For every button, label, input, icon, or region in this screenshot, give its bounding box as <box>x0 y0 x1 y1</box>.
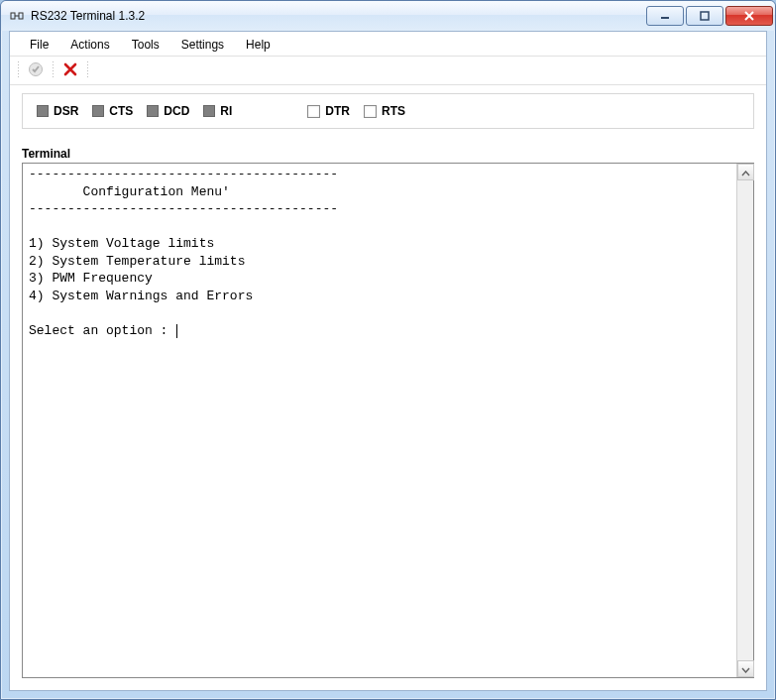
scrollbar-vertical[interactable] <box>736 164 753 677</box>
terminal-label: Terminal <box>22 147 754 161</box>
minimize-button[interactable] <box>646 6 684 26</box>
x-icon <box>63 62 77 79</box>
terminal-output[interactable]: ----------------------------------------… <box>23 164 736 677</box>
svg-rect-4 <box>701 12 709 20</box>
scroll-up-button[interactable] <box>737 164 754 180</box>
app-window: RS232 Terminal 1.3.2 File Actions Tools … <box>0 0 776 700</box>
connect-button[interactable] <box>25 59 47 81</box>
signal-label: RI <box>220 104 232 118</box>
text-cursor-icon <box>176 324 177 338</box>
menu-file[interactable]: File <box>20 36 58 54</box>
checkbox-label: DTR <box>325 104 350 118</box>
checkbox-icon <box>307 105 320 118</box>
indicator-icon <box>203 105 215 117</box>
chevron-down-icon <box>741 662 750 676</box>
signal-cts: CTS <box>92 104 133 118</box>
terminal-group: Terminal -------------------------------… <box>22 147 754 678</box>
chevron-up-icon <box>741 166 750 179</box>
toolbar <box>10 57 766 85</box>
indicator-icon <box>37 105 49 117</box>
signal-label: CTS <box>109 104 133 118</box>
signal-panel: DSR CTS DCD RI DTR <box>22 93 754 129</box>
menu-settings[interactable]: Settings <box>171 36 234 54</box>
toolbar-grip <box>18 61 19 79</box>
toolbar-separator <box>53 61 54 79</box>
signal-ri: RI <box>203 104 232 118</box>
titlebar[interactable]: RS232 Terminal 1.3.2 <box>1 1 775 31</box>
toolbar-separator-2 <box>87 61 88 79</box>
app-icon <box>9 8 25 24</box>
checkbox-dtr[interactable]: DTR <box>307 104 350 118</box>
checkbox-icon <box>364 105 377 118</box>
maximize-button[interactable] <box>686 6 723 26</box>
signal-label: DCD <box>164 104 189 118</box>
checkbox-label: RTS <box>382 104 405 118</box>
client-area: File Actions Tools Settings Help <box>9 31 767 691</box>
terminal-text: ----------------------------------------… <box>29 167 338 338</box>
scroll-down-button[interactable] <box>737 660 754 677</box>
signal-dsr: DSR <box>37 104 78 118</box>
disconnect-button[interactable] <box>59 59 81 81</box>
signal-dcd: DCD <box>147 104 189 118</box>
svg-rect-1 <box>19 13 23 19</box>
menu-tools[interactable]: Tools <box>122 36 169 54</box>
checkbox-rts[interactable]: RTS <box>364 104 405 118</box>
indicator-icon <box>147 105 159 117</box>
close-button[interactable] <box>725 6 773 26</box>
signal-label: DSR <box>54 104 78 118</box>
check-icon <box>28 61 44 80</box>
svg-rect-0 <box>11 13 15 19</box>
window-controls <box>644 6 773 26</box>
menu-help[interactable]: Help <box>236 36 280 54</box>
window-title: RS232 Terminal 1.3.2 <box>31 9 145 23</box>
menu-actions[interactable]: Actions <box>60 36 119 54</box>
indicator-icon <box>92 105 104 117</box>
terminal-frame: ----------------------------------------… <box>22 163 754 678</box>
body-area: DSR CTS DCD RI DTR <box>10 85 766 690</box>
menubar: File Actions Tools Settings Help <box>10 32 766 57</box>
